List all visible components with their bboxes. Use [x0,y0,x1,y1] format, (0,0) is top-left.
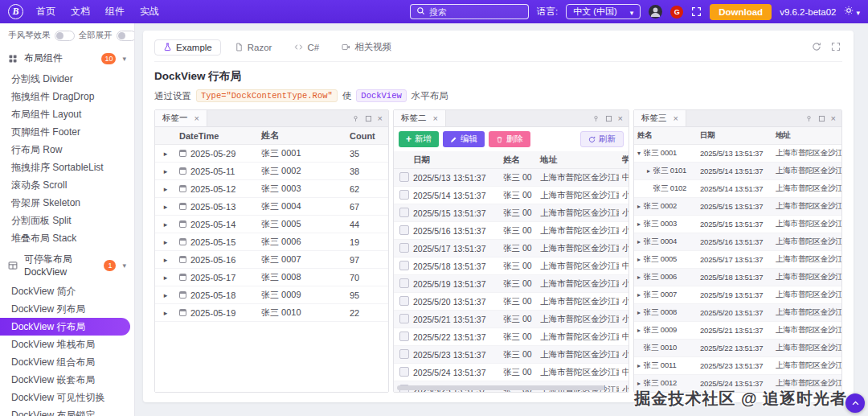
sidebar-item[interactable]: 页脚组件 Footer [0,123,134,141]
expand-caret-icon[interactable] [637,362,641,369]
sidebar-item[interactable]: 骨架屏 Skeleton [0,194,134,212]
close-icon[interactable] [618,114,623,123]
expand-caret-icon[interactable] [637,380,641,387]
table-row[interactable]: 张三 0102 2025/5/14 13:51:37 上海市普陀区金沙江路 17 [634,180,841,198]
row-checkbox[interactable] [399,190,409,200]
dock-tab-one[interactable]: 标签一 [155,110,207,126]
expand-all-toggle[interactable] [117,31,136,41]
table-row[interactable]: 2025/5/21 13:51:37 张三 00 上海市普陀区金沙江路 1 小学 [394,311,628,328]
download-button[interactable]: Download [710,4,772,20]
table-row[interactable]: 2025-05-17 张三 0008 70 [155,269,388,286]
table-row[interactable]: 2025-05-11 张三 0002 38 [155,163,388,180]
expand-caret-icon[interactable] [637,274,641,281]
column-name[interactable]: 姓名 [634,130,697,141]
column-name[interactable]: 姓名 [500,154,537,166]
row-checkbox[interactable] [399,367,409,377]
table-row[interactable]: 2025/5/17 13:51:37 张三 00 上海市普陀区金沙江路 1 小学 [394,240,628,257]
table-row[interactable]: 张三 0009 2025/5/21 13:51:37 上海市普陀区金沙江路 14 [634,322,841,340]
sidebar-item[interactable]: 分割面板 Split [0,212,134,229]
table-row[interactable]: 2025/5/16 13:51:37 张三 00 上海市普陀区金沙江路 1 小学 [394,222,628,240]
add-button[interactable]: 新增 [399,131,439,147]
expand-caret-icon[interactable] [155,185,176,193]
expand-caret-icon[interactable] [637,256,641,263]
sidebar-item[interactable]: DockView 布局锁定 [0,406,134,416]
sidebar-group-layout[interactable]: 布局组件 10 [0,46,134,70]
expand-caret-icon[interactable] [155,167,176,175]
table-row[interactable]: 张三 0010 2025/5/22 13:51:37 上海市普陀区金沙江路 13 [634,340,841,357]
close-icon[interactable] [433,114,438,123]
refresh-button[interactable]: 刷新 [580,131,624,147]
sidebar-item[interactable]: 堆叠布局 Stack [0,229,134,247]
table-row[interactable]: 张三 0006 2025/5/18 13:51:37 上海市普陀区金沙江路 10 [634,269,841,286]
expand-caret-icon[interactable] [637,291,641,299]
theme-switcher[interactable] [844,6,860,18]
sidebar-item[interactable]: 行布局 Row [0,141,134,159]
nav-menu-item[interactable]: 组件 [105,5,125,19]
row-checkbox[interactable] [399,261,409,270]
pin-icon[interactable] [352,115,359,122]
column-education[interactable]: 学历 [619,154,628,166]
expand-caret-icon[interactable] [155,291,176,299]
expand-caret-icon[interactable] [155,220,176,229]
expand-caret-icon[interactable] [155,309,176,317]
refresh-icon[interactable] [812,42,821,51]
sidebar-item[interactable]: DockView 列布局 [0,300,134,318]
tab-razor[interactable]: Razor [226,39,281,56]
nav-menu-item[interactable]: 首页 [36,5,55,19]
table-row[interactable]: 2025-05-19 张三 0010 22 [155,304,388,322]
expand-caret-icon[interactable] [155,150,176,158]
table-row[interactable]: 2025-05-12 张三 0003 62 [155,180,388,198]
row-checkbox[interactable] [399,314,409,323]
table-row[interactable]: 2025-05-14 张三 0005 44 [155,216,388,233]
expand-caret-icon[interactable] [155,274,176,282]
table-row[interactable]: 张三 0004 2025/5/16 13:51:37 上海市普陀区金沙江路 15 [634,233,841,251]
nav-menu-item[interactable]: 文档 [71,5,90,19]
delete-button[interactable]: 删除 [489,131,530,147]
expand-caret-icon[interactable] [637,203,641,210]
maximize-icon[interactable] [818,115,825,122]
edit-button[interactable]: 编辑 [443,131,485,147]
sidebar-item[interactable]: DockView 可见性切换 [0,389,134,406]
expand-caret-icon[interactable] [637,238,641,245]
tab-videos[interactable]: 相关视频 [333,38,400,56]
pin-icon[interactable] [805,115,813,122]
table-row[interactable]: 2025/5/18 13:51:37 张三 00 上海市普陀区金沙江路 1 中学 [394,257,628,275]
row-checkbox[interactable] [399,243,409,253]
dock-tab-three[interactable]: 标签三 [634,110,686,126]
table-row[interactable]: 2025/5/13 13:51:37 张三 00 上海市普陀区金沙江路 1 中学 [394,169,628,187]
avatar[interactable] [649,5,662,19]
table-row[interactable]: 2025/5/20 13:51:37 张三 00 上海市普陀区金沙江路 1 小学 [394,293,628,311]
pin-icon[interactable] [592,115,600,122]
back-to-top-button[interactable] [845,393,865,413]
maximize-icon[interactable] [365,115,372,122]
column-date[interactable]: 日期 [697,130,772,141]
expand-caret-icon[interactable] [155,203,176,211]
table-row[interactable]: 2025/5/24 13:51:37 张三 00 上海市普陀区金沙江路 1 中学 [394,364,628,381]
table-row[interactable]: 2025/5/19 13:51:37 张三 00 上海市普陀区金沙江路 1 小学 [394,275,628,293]
table-row[interactable]: 2025/5/15 13:51:37 张三 00 上海市普陀区金沙江路 1 小学 [394,204,628,222]
brand-logo[interactable]: B [8,4,23,19]
tab-example[interactable]: Example [154,39,221,56]
row-checkbox[interactable] [399,349,409,359]
nav-menu-item[interactable]: 实战 [140,5,159,19]
expand-caret-icon[interactable] [637,327,641,334]
table-row[interactable]: 张三 0008 2025/5/20 13:51:37 上海市普陀区金沙江路 17 [634,304,841,322]
accordion-toggle[interactable] [55,31,75,41]
row-checkbox[interactable] [399,278,409,288]
expand-caret-icon[interactable] [637,150,641,157]
sidebar-item[interactable]: 分割线 Divider [0,70,134,88]
table-row[interactable]: 张三 0101 2025/5/14 13:51:37 上海市普陀区金沙江路 19 [634,163,841,180]
tab-csharp[interactable]: C# [285,39,328,56]
column-address[interactable]: 地址 [772,130,841,141]
search-box[interactable] [410,4,529,19]
row-checkbox[interactable] [399,225,409,235]
table-row[interactable]: 2025-05-15 张三 0006 19 [155,233,388,251]
close-icon[interactable] [194,114,199,123]
expand-caret-icon[interactable] [647,167,650,175]
expand-icon[interactable] [831,42,841,51]
search-input[interactable] [429,7,522,17]
row-checkbox[interactable] [399,172,409,182]
column-datetime[interactable]: DateTime [176,131,258,141]
sidebar-item[interactable]: DockView 组合布局 [0,353,134,371]
column-name[interactable]: 姓名 [258,130,346,142]
